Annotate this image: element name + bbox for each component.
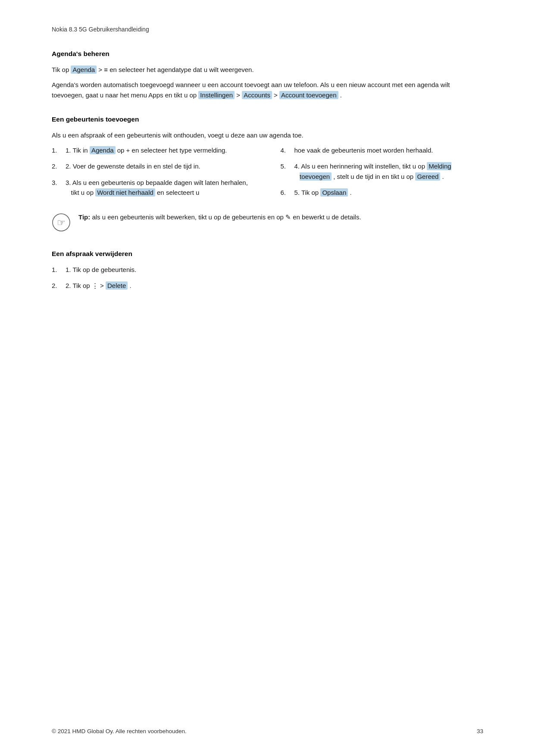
footer-copyright: © 2021 HMD Global Oy. Alle rechten voorb… — [52, 728, 187, 734]
page-footer: © 2021 HMD Global Oy. Alle rechten voorb… — [52, 728, 483, 734]
highlight-agenda-1: Agenda — [71, 66, 97, 74]
left-list: 1. Tik in Agenda op + en selecteer het t… — [52, 145, 255, 197]
svg-text:☞: ☞ — [57, 217, 66, 228]
tip-content-text: Tip: als u een gebeurtenis wilt bewerken… — [78, 212, 361, 222]
section-title-agenda-beheren: Agenda's beheren — [52, 50, 483, 58]
afspraak-item-1: 1. Tik op de gebeurtenis. — [52, 265, 483, 275]
col-left: 1. Tik in Agenda op + en selecteer het t… — [52, 145, 259, 203]
highlight-account-toevoegen: Account toevoegen — [279, 91, 338, 99]
two-column-layout: 1. Tik in Agenda op + en selecteer het t… — [52, 145, 483, 203]
highlight-instellingen: Instellingen — [198, 91, 235, 99]
tip-icon: ☞ — [52, 213, 71, 234]
afspraak-list: 1. Tik op de gebeurtenis. 2. Tik op ⋮ > … — [52, 265, 483, 291]
highlight-agenda-2: Agenda — [90, 146, 116, 154]
highlight-accounts: Accounts — [242, 91, 272, 99]
highlight-delete: Delete — [106, 281, 128, 290]
section-afspraak-verwijderen: Een afspraak verwijderen 1. Tik op de ge… — [52, 250, 483, 291]
right-list: hoe vaak de gebeurtenis moet worden herh… — [281, 145, 484, 197]
afspraak-item-2: 2. Tik op ⋮ > Delete . — [52, 281, 483, 291]
footer-page-number: 33 — [477, 728, 483, 734]
list-item-5: 5. Tik op Opslaan . — [281, 187, 484, 197]
para-agenda-type: Tik op Agenda > ≡ en selecteer het agend… — [52, 65, 483, 75]
list-item-4: 4. Als u een herinnering wilt instellen,… — [281, 161, 484, 181]
document-title: Nokia 8.3 5G Gebruikershandleiding — [52, 26, 149, 33]
section-agenda-beheren: Agenda's beheren Tik op Agenda > ≡ en se… — [52, 50, 483, 100]
tip-label: Tip: — [78, 213, 90, 221]
section-gebeurtenis-toevoegen: Een gebeurtenis toevoegen Als u een afsp… — [52, 116, 483, 234]
tip-box: ☞ Tip: als u een gebeurtenis wilt bewerk… — [52, 212, 483, 234]
para-gebeurtenis-intro: Als u een afspraak of een gebeurtenis wi… — [52, 130, 483, 140]
highlight-opslaan: Opslaan — [320, 188, 348, 197]
para-agenda-account: Agenda's worden automatisch toegevoegd w… — [52, 80, 483, 100]
list-item-1: 1. Tik in Agenda op + en selecteer het t… — [52, 145, 255, 155]
tip-hand-icon: ☞ — [52, 213, 71, 232]
col-right: hoe vaak de gebeurtenis moet worden herh… — [276, 145, 484, 203]
highlight-gereed: Gereed — [415, 172, 440, 181]
highlight-wordt-niet: Wordt niet herhaald — [95, 188, 155, 197]
section-title-afspraak: Een afspraak verwijderen — [52, 250, 483, 258]
list-item-3-cont: hoe vaak de gebeurtenis moet worden herh… — [281, 145, 484, 155]
list-item-3: 3. Als u een gebeurtenis op bepaalde dag… — [52, 178, 255, 198]
page: Nokia 8.3 5G Gebruikershandleiding Agend… — [0, 0, 535, 756]
document-header: Nokia 8.3 5G Gebruikershandleiding — [52, 26, 483, 33]
section-title-gebeurtenis: Een gebeurtenis toevoegen — [52, 116, 483, 123]
list-item-2: 2. Voer de gewenste details in en stel d… — [52, 161, 255, 171]
